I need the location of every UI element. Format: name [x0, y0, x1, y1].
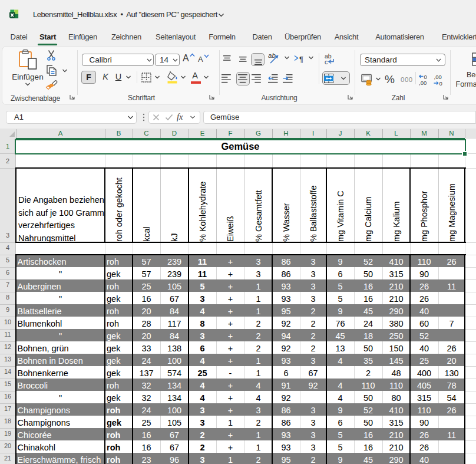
- svg-text:% Wasser: % Wasser: [282, 203, 291, 242]
- svg-text:mg Calcium: mg Calcium: [363, 196, 373, 242]
- svg-text:mg Magnesium: mg Magnesium: [447, 183, 457, 242]
- svg-text:kJ: kJ: [170, 233, 179, 242]
- svg-text:% Kohlehydrate: % Kohlehydrate: [198, 182, 207, 242]
- svg-text:mg Vitamin C: mg Vitamin C: [336, 190, 345, 242]
- svg-text:kcal: kcal: [142, 226, 151, 242]
- svg-text:% Gesamtfett: % Gesamtfett: [254, 190, 263, 242]
- svg-text:mg Kalium: mg Kalium: [392, 202, 401, 242]
- svg-text:roh oder gekocht: roh oder gekocht: [114, 177, 124, 242]
- svg-text:Eiweiß: Eiweiß: [226, 216, 235, 242]
- svg-text:% Ballaststoffe: % Ballaststoffe: [309, 185, 318, 242]
- svg-text:mg Phosphor: mg Phosphor: [419, 191, 429, 242]
